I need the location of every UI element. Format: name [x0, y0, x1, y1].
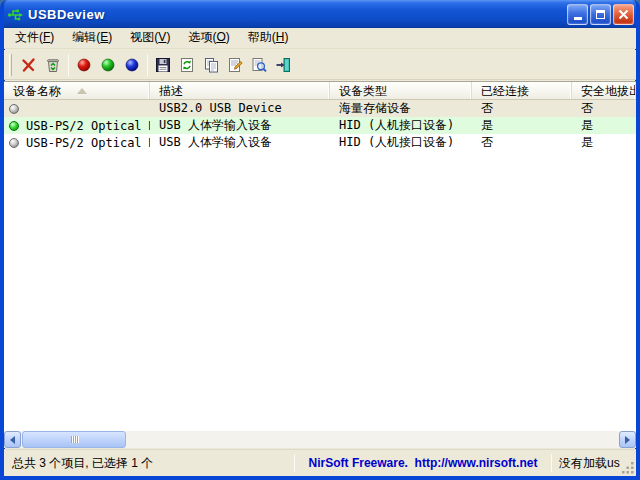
menu-help[interactable]: 帮助(H) [239, 27, 298, 49]
sort-ascending-icon [77, 88, 87, 94]
refresh-button[interactable] [175, 52, 199, 77]
toolbar-separator [147, 54, 148, 76]
exit-icon [275, 57, 291, 73]
properties-button[interactable] [223, 52, 247, 77]
uninstall-button[interactable] [17, 52, 41, 77]
table-row[interactable]: USB-PS/2 Optical M... USB 人体学输入设备 HID (人… [4, 117, 636, 134]
find-button[interactable] [247, 52, 271, 77]
status-nirsoft-text: NirSoft Freeware. http://www.nirsoft.net [295, 456, 551, 470]
blue-ball-icon [124, 57, 140, 73]
connect-button[interactable] [96, 52, 120, 77]
status-bar: 总共 3 个项目, 已选择 1 个 NirSoft Freeware. http… [4, 449, 636, 476]
toolbar [4, 50, 636, 80]
save-button[interactable] [151, 52, 175, 77]
chevron-left-icon [10, 436, 15, 444]
column-header-device-name[interactable]: 设备名称 [4, 82, 150, 99]
copy-button[interactable] [199, 52, 223, 77]
menu-bar: 文件(F) 编辑(E) 视图(V) 选项(O) 帮助(H) [4, 28, 636, 49]
maximize-icon [596, 10, 605, 19]
column-header-device-type[interactable]: 设备类型 [330, 82, 472, 99]
exit-button[interactable] [271, 52, 295, 77]
list-header: 设备名称 描述 设备类型 已经连接 安全地拔出 [4, 82, 636, 100]
maximize-button[interactable] [590, 4, 611, 25]
column-header-description[interactable]: 描述 [150, 82, 330, 99]
usbdeview-window: USBDeview 文件(F) 编辑(E) 视图(V) 选项(O) 帮助(H) [0, 0, 640, 480]
table-row[interactable]: USB2.0 USB Device 海量存储设备 否 否 [4, 100, 636, 117]
recycle-bin-icon [45, 57, 61, 73]
scrollbar-track[interactable] [21, 431, 619, 448]
device-list: 设备名称 描述 设备类型 已经连接 安全地拔出 USB2.0 USB Devic… [4, 81, 636, 431]
remove-device-button[interactable] [41, 52, 65, 77]
list-empty-area [4, 151, 636, 431]
scroll-left-button[interactable] [4, 431, 21, 448]
scroll-right-button[interactable] [619, 431, 636, 448]
chevron-right-icon [625, 436, 630, 444]
red-ball-icon [76, 57, 92, 73]
device-status-ball-icon [9, 121, 19, 131]
horizontal-scrollbar [4, 431, 636, 448]
menu-view[interactable]: 视图(V) [121, 27, 179, 49]
title-bar[interactable]: USBDeview [0, 0, 640, 28]
enable-device-button[interactable] [120, 52, 144, 77]
window-title: USBDeview [28, 7, 567, 22]
copy-icon [203, 57, 219, 73]
column-header-safe-to-unplug[interactable]: 安全地拔出 [572, 82, 636, 99]
minimize-icon [574, 17, 582, 20]
device-status-ball-icon [9, 138, 19, 148]
usb-icon [7, 6, 24, 23]
menu-edit[interactable]: 编辑(E) [63, 27, 121, 49]
find-icon [251, 57, 267, 73]
menu-file[interactable]: 文件(F) [6, 27, 63, 49]
close-icon [618, 9, 629, 20]
toolbar-separator [68, 54, 69, 76]
menu-options[interactable]: 选项(O) [179, 27, 238, 49]
scrollbar-thumb[interactable] [22, 431, 126, 448]
column-header-connected[interactable]: 已经连接 [472, 82, 572, 99]
close-button[interactable] [613, 4, 634, 25]
properties-icon [227, 57, 243, 73]
status-usbids-text: 没有加载us [552, 455, 621, 472]
toolbar-grip[interactable] [9, 54, 12, 76]
minimize-button[interactable] [567, 4, 588, 25]
green-ball-icon [100, 57, 116, 73]
resize-grip[interactable] [621, 461, 635, 475]
save-icon [155, 57, 171, 73]
status-item-count: 总共 3 个项目, 已选择 1 个 [4, 455, 294, 472]
table-row[interactable]: USB-PS/2 Optical M... USB 人体学输入设备 HID (人… [4, 134, 636, 151]
device-status-ball-icon [9, 104, 19, 114]
red-x-icon [21, 57, 37, 73]
disconnect-button[interactable] [72, 52, 96, 77]
refresh-icon [179, 57, 195, 73]
